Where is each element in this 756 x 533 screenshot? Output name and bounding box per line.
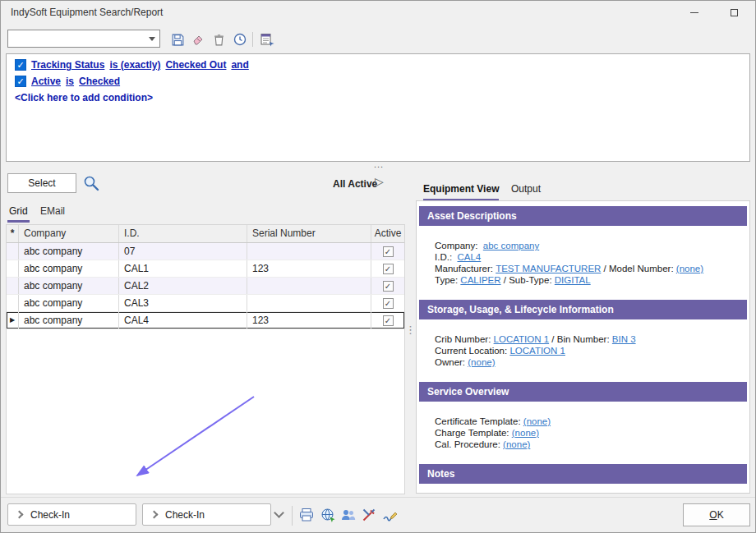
chevron-right-icon [16,511,24,519]
column-header-serial-number[interactable]: Serial Number [247,225,371,242]
charge-template-label: Charge Template: [435,428,509,438]
print-button[interactable] [298,507,316,525]
certificate-template-link[interactable]: (none) [523,416,551,426]
section-header-storage-usage-lifecycle: Storage, Usage, & Lifecycle Information [419,300,747,319]
check-in-button-2[interactable]: Check-In [142,503,271,526]
subtype-link[interactable]: DIGITAL [555,275,591,285]
filter-value-link[interactable]: Checked Out [165,59,226,71]
filter-conjunction-link[interactable]: and [231,59,248,71]
filter-operator-link[interactable]: is (exactly) [109,59,160,71]
filter-checkbox-active[interactable]: ✓ [15,76,26,87]
users-icon [340,507,357,523]
cell-serial: 123 [247,260,371,277]
current-location-link[interactable]: LOCATION 1 [509,346,565,356]
table-row[interactable]: abc company CAL1 123 ✓ [7,260,404,278]
ok-button[interactable]: OK [683,503,750,526]
column-header-id[interactable]: I.D. [119,225,247,242]
cell-id: 07 [119,243,247,260]
service-body: Certificate Template: (none) Charge Temp… [417,402,749,464]
type-link[interactable]: CALIPER [460,275,500,285]
cell-company: abc company [19,243,119,260]
certificate-template-label: Certificate Template: [435,416,521,426]
active-checkbox[interactable]: ✓ [383,264,394,274]
filter-checkbox-tracking-status[interactable]: ✓ [15,59,26,71]
equipment-report-button[interactable] [258,30,276,48]
bottom-toolbar: Check-In Check-In OK [1,497,756,533]
cell-serial: 123 [247,312,371,329]
column-header-active[interactable]: Active [371,225,404,242]
table-row-selected[interactable]: ▶ abc company CAL4 123 ✓ [7,312,404,329]
filter-field-link[interactable]: Tracking Status [31,59,104,71]
history-button[interactable] [231,30,249,48]
search-button[interactable] [82,174,100,192]
active-checkbox[interactable]: ✓ [383,315,394,326]
asset-descriptions-body: Company: abc company I.D.: CAL4 Manufact… [417,226,749,300]
active-checkbox[interactable]: ✓ [383,281,394,292]
table-row[interactable]: abc company CAL2 ✓ [7,278,404,295]
cal-procedure-link[interactable]: (none) [503,439,530,449]
tab-output[interactable]: Output [511,183,541,195]
manufacturer-link[interactable]: TEST MANUFACTURER [496,264,601,273]
storage-body: Crib Number: LOCATION 1 / Bin Number: BI… [417,319,749,382]
column-header-company[interactable]: Company [19,225,119,242]
check-in-label: Check-In [30,509,70,521]
clear-button[interactable] [189,30,207,48]
saved-search-input[interactable] [11,31,142,46]
horizontal-splitter-handle[interactable]: ... [1,162,756,169]
crib-number-link[interactable]: LOCATION 1 [494,334,550,344]
signature-icon [381,507,398,523]
signature-button[interactable] [381,507,399,525]
tab-equipment-view[interactable]: Equipment View [423,183,499,201]
maximize-button[interactable] [716,1,752,24]
filter-row-tracking-status: ✓ Tracking Status is (exactly) Checked O… [15,59,249,71]
toolbar-separator [252,32,253,47]
cell-company: abc company [19,295,119,311]
active-checkbox[interactable]: ✓ [383,298,394,309]
saved-search-combobox[interactable] [7,30,160,48]
filter-operator-link[interactable]: is [66,76,74,87]
tab-grid[interactable]: Grid [7,205,30,223]
results-grid: * Company I.D. Serial Number Active abc … [6,224,405,494]
vertical-splitter-handle[interactable]: ⋮ [405,324,413,336]
all-active-label[interactable]: All Active [333,178,377,190]
manufacturer-label: Manufacturer: [435,264,493,273]
company-link[interactable]: abc company [483,241,539,250]
search-icon [82,174,100,192]
bottom-separator [292,506,293,526]
window-title: IndySoft Equipment Search/Report [11,1,163,24]
filter-value-link[interactable]: Checked [79,76,120,87]
id-link[interactable]: CAL4 [457,252,481,262]
row-marker-cell [7,278,19,294]
web-publish-button[interactable] [320,507,338,525]
filter-field-link[interactable]: Active [31,76,61,87]
minimize-button[interactable] [676,1,712,24]
tools-button[interactable] [361,507,379,525]
owner-link[interactable]: (none) [468,357,495,367]
row-marker-cell [7,243,19,260]
delete-button[interactable] [210,30,228,48]
model-number-link[interactable]: (none) [676,264,703,273]
tab-email[interactable]: EMail [39,205,67,220]
check-in-button-1[interactable]: Check-In [7,503,136,526]
cell-company: abc company [19,278,119,294]
users-button[interactable] [340,507,358,525]
eraser-icon [191,32,205,47]
table-row[interactable]: abc company 07 ✓ [7,243,404,260]
select-button[interactable]: Select [7,173,76,193]
cell-id: CAL4 [119,312,247,329]
add-condition-link[interactable]: <Click here to add condition> [15,92,153,103]
save-button[interactable] [168,30,187,48]
bin-number-link[interactable]: BIN 3 [612,334,636,344]
section-header-service-overview: Service Overview [419,382,747,402]
charge-template-link[interactable]: (none) [512,428,539,438]
maximize-icon [731,9,738,16]
run-search-icon[interactable]: ▷ [375,175,384,188]
cell-serial [247,243,371,260]
chevron-down-icon[interactable] [274,508,284,518]
combo-dropdown-icon[interactable] [145,31,159,46]
table-row[interactable]: abc company CAL3 ✓ [7,295,404,312]
active-checkbox[interactable]: ✓ [383,246,394,257]
cal-procedure-label: Cal. Procedure: [435,439,500,449]
cell-id: CAL1 [119,260,247,277]
cell-id: CAL3 [119,295,247,311]
